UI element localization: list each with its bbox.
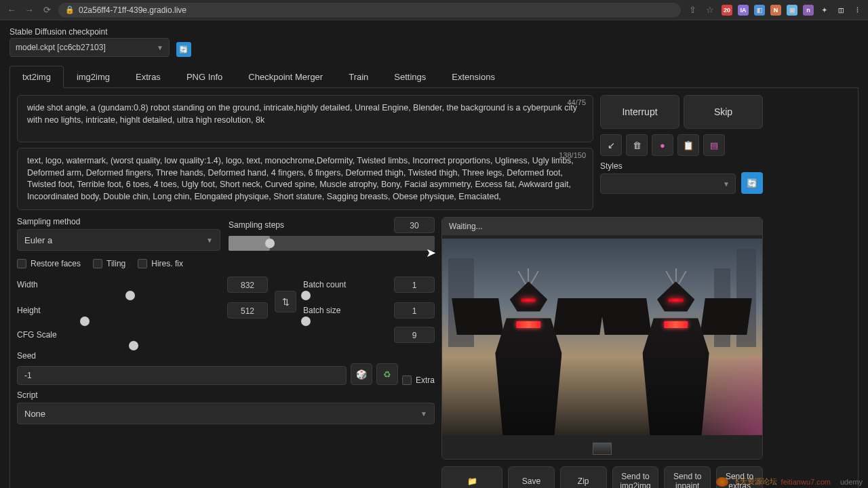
batch-size-value[interactable]: 1 [394,302,435,319]
seed-label: Seed [17,351,435,361]
negative-prompt-text: text, logo, watermark, (worst quality, l… [27,155,583,203]
main-panel: 44/75 wide shot angle, a (gundam:0.8) ro… [9,88,859,488]
restore-faces-checkbox[interactable]: Restore faces [17,259,81,268]
star-icon[interactable]: ☆ [704,4,716,16]
batch-count-value[interactable]: 1 [394,277,435,293]
chevron-down-icon: ▼ [206,237,213,244]
checkpoint-value: model.ckpt [cc6cb27103] [16,43,106,52]
tab-img2img[interactable]: img2img [64,66,123,88]
extension-icons: 20 IA ◧ N ▣ n ✦ ◫ ⋮ [722,5,863,16]
tab-extensions[interactable]: Extensions [439,66,508,88]
tiling-checkbox[interactable]: Tiling [93,259,125,268]
extra-seed-checkbox[interactable]: Extra [402,375,435,385]
ext-icon[interactable]: ▣ [787,5,797,16]
styles-label: Styles [600,161,736,171]
send-img2img-button[interactable]: Send to img2img [612,466,659,488]
skip-button[interactable]: Skip [684,95,763,129]
forward-icon[interactable]: → [23,4,35,16]
sampling-method-value: Euler a [24,235,52,245]
script-value: None [24,409,45,419]
tab-pnginfo[interactable]: PNG Info [174,66,235,88]
prompt-text: wide shot angle, a (gundam:0.8) robot st… [27,102,583,126]
trash-button[interactable]: 🗑 [626,134,648,156]
reload-icon[interactable]: ⟳ [41,4,53,16]
checkpoint-dropdown[interactable]: model.ckpt [cc6cb27103] ▼ [9,38,170,57]
style-button[interactable]: ● [652,134,673,156]
open-folder-button[interactable]: 📁 [441,466,502,488]
save-style-button[interactable]: ▤ [703,134,725,156]
reuse-seed-button[interactable]: ♻ [376,363,398,385]
save-button[interactable]: Save [508,466,555,488]
height-label: Height [17,306,41,315]
output-status: Waiting... [449,222,483,231]
output-panel: Waiting... ✕ [441,217,763,460]
sampling-method-label: Sampling method [17,217,220,226]
prompt-token-count: 44/75 [567,98,586,106]
checkpoint-row: Stable Diffusion checkpoint model.ckpt [… [9,27,859,57]
cfg-label: CFG Scale [17,330,57,340]
cfg-value[interactable]: 9 [394,327,435,343]
random-seed-button[interactable]: 🎲 [351,363,372,385]
chevron-down-icon: ▼ [723,180,730,188]
back-icon[interactable]: ← [5,4,18,16]
sampling-steps-value[interactable]: 30 [394,217,435,233]
output-image-area: ✕ [442,235,762,439]
apply-style-button[interactable]: 🔄 [741,172,763,194]
browser-bar: ← → ⟳ 🔒 02a56ff4-71ff-439e.gradio.live ⇧… [0,0,868,20]
width-value[interactable]: 832 [227,277,268,293]
watermark: 飞天资源论坛 feitianwu7.com udemy [716,476,863,487]
ext-icon[interactable]: N [770,5,781,16]
arrow-button[interactable]: ↙ [600,134,622,156]
send-inpaint-button[interactable]: Send to inpaint [664,466,711,488]
height-value[interactable]: 512 [227,302,268,319]
lock-icon: 🔒 [65,5,75,14]
sampling-steps-slider[interactable] [229,236,435,251]
tab-settings[interactable]: Settings [381,66,439,88]
negative-token-count: 138/150 [559,151,586,159]
chevron-down-icon: ▼ [420,410,427,418]
styles-dropdown[interactable]: ▼ [600,174,736,194]
sampling-steps-label: Sampling steps [229,220,284,230]
ext-icon[interactable]: 20 [722,5,732,16]
reload-checkpoint-button[interactable]: 🔄 [176,42,191,57]
script-dropdown[interactable]: None ▼ [17,403,435,424]
puzzle-icon[interactable]: ✦ [819,5,830,16]
tab-txt2img[interactable]: txt2img [9,66,64,88]
preview-image[interactable] [442,239,762,435]
sampling-method-dropdown[interactable]: Euler a ▼ [17,229,220,251]
batch-size-label: Batch size [303,306,340,315]
ext-icon[interactable]: n [803,5,814,16]
swap-dimensions-button[interactable]: ⇅ [275,291,296,312]
main-tabs: txt2img img2img Extras PNG Info Checkpoi… [9,65,859,88]
watermark-logo-icon [716,477,728,487]
url-bar[interactable]: 🔒 02a56ff4-71ff-439e.gradio.live [58,3,681,18]
thumbnail-strip [442,439,762,459]
tab-train[interactable]: Train [336,66,381,88]
clipboard-button[interactable]: 📋 [677,134,699,156]
thumbnail[interactable] [593,443,612,455]
tab-extras[interactable]: Extras [123,66,174,88]
negative-prompt-input[interactable]: 138/150 text, logo, watermark, (worst qu… [17,148,593,210]
interrupt-button[interactable]: Interrupt [600,95,679,129]
checkpoint-label: Stable Diffusion checkpoint [9,27,170,37]
script-label: Script [17,390,435,400]
prompt-input[interactable]: 44/75 wide shot angle, a (gundam:0.8) ro… [17,95,593,142]
ext-icon[interactable]: IA [738,5,749,16]
menu-icon[interactable]: ⋮ [852,5,863,16]
url-text: 02a56ff4-71ff-439e.gradio.live [79,5,186,15]
batch-count-label: Batch count [303,280,346,289]
seed-input[interactable]: -1 [17,366,347,385]
panel-icon[interactable]: ◫ [835,5,846,16]
width-label: Width [17,280,38,289]
zip-button[interactable]: Zip [560,466,607,488]
ext-icon[interactable]: ◧ [754,5,765,16]
hires-fix-checkbox[interactable]: Hires. fix [138,259,183,268]
share-icon[interactable]: ⇧ [686,4,698,16]
chevron-down-icon: ▼ [157,44,163,52]
tab-checkpoint-merger[interactable]: Checkpoint Merger [235,66,336,88]
